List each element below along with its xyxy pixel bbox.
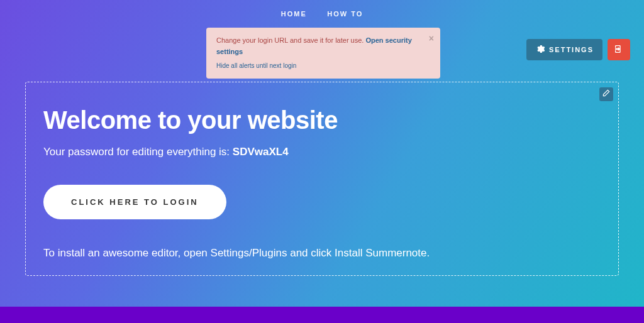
page-title: Welcome to your website: [43, 106, 601, 134]
welcome-panel: Welcome to your website Your password fo…: [25, 82, 619, 276]
password-line: Your password for editing everything is:…: [43, 146, 601, 158]
gear-icon: [535, 44, 545, 55]
pencil-icon: [602, 89, 611, 100]
top-nav: HOME HOW TO: [0, 8, 644, 19]
topbar: SETTINGS: [526, 39, 630, 60]
logout-button[interactable]: [608, 39, 630, 60]
nav-howto[interactable]: HOW TO: [327, 10, 363, 18]
hide-alerts-link[interactable]: Hide all alerts until next login: [216, 61, 421, 71]
nav-home[interactable]: HOME: [281, 10, 307, 18]
edit-panel-button[interactable]: [599, 87, 613, 101]
install-tip: To install an awesome editor, open Setti…: [43, 247, 601, 260]
password-value: SDVwaXL4: [233, 146, 289, 158]
alert-close-button[interactable]: ×: [429, 34, 434, 43]
settings-button[interactable]: SETTINGS: [526, 39, 602, 60]
security-alert: Change your login URL and save it for la…: [206, 28, 440, 79]
login-button[interactable]: CLICK HERE TO LOGIN: [43, 185, 226, 219]
logout-icon: [614, 44, 624, 56]
alert-text: Change your login URL and save it for la…: [216, 36, 364, 44]
footer-bar: [0, 307, 644, 323]
settings-button-label: SETTINGS: [549, 46, 594, 53]
